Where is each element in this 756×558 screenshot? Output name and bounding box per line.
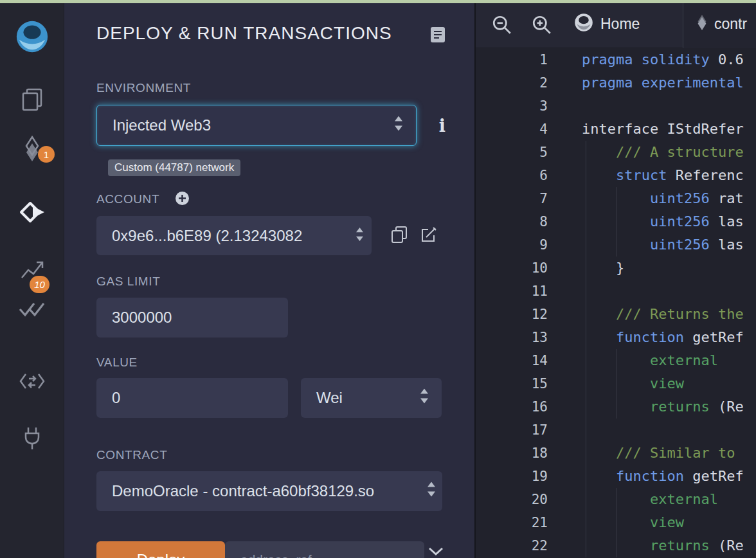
environment-value: Injected Web3 [113,116,211,134]
code-line: 13 function getRef [476,326,756,349]
copy-account-icon[interactable] [391,226,408,246]
code-line: 2pragma experimental [476,71,756,94]
value-input[interactable] [96,378,288,418]
value-unit-select[interactable]: Wei [301,378,442,418]
indent-guide [616,488,616,557]
file-explorer-icon[interactable] [17,85,47,114]
analysis-badge: 10 [30,276,50,293]
plugin-manager-icon[interactable] [17,424,47,453]
chevron-updown-icon [420,389,429,408]
line-number: 5 [476,141,548,164]
line-number: 21 [476,511,548,534]
code-lines: 1pragma solidity 0.62pragma experimental… [476,48,756,557]
code-line: 11 [476,280,756,303]
environment-label: ENVIRONMENT [96,81,191,95]
line-number: 12 [476,303,548,326]
line-number: 17 [476,419,548,442]
line-number: 6 [476,164,548,187]
code-line: 1pragma solidity 0.6 [476,48,756,71]
tab-contract[interactable]: contr [683,0,756,48]
contract-value: DemoOracle - contract-a60bf38129.so [112,482,374,500]
code-line: 4interface IStdRefer [476,118,756,141]
edit-account-icon[interactable] [420,226,438,246]
code-area[interactable]: 1pragma solidity 0.62pragma experimental… [476,48,756,558]
line-number: 10 [476,256,548,280]
tab-home-label: Home [600,15,640,33]
code-line: 5 /// A structure [476,141,756,164]
remix-ide: 1 10 [0,0,756,558]
line-number: 11 [476,280,548,303]
code-line: 6 struct Referenc [476,164,756,187]
code-editor: Home contr 1pragma solidity 0.62pragma e… [476,0,756,558]
top-window-strip [0,0,756,3]
line-number: 7 [476,187,548,210]
line-number: 9 [476,233,548,256]
indent-guide [616,187,616,256]
line-number: 16 [476,395,548,419]
remix-home-icon [573,12,594,37]
line-number: 8 [476,210,548,233]
solidity-file-icon [695,14,709,35]
icon-sidebar: 1 10 [0,0,64,558]
network-badge: Custom (44787) network [108,159,240,176]
remix-logo-icon [14,19,50,55]
value-unit: Wei [316,389,343,407]
environment-select[interactable]: Injected Web3 [96,105,417,146]
line-number: 19 [476,465,548,488]
line-number: 1 [476,48,548,71]
chevron-updown-icon [356,227,364,245]
line-number: 13 [476,326,548,349]
environment-info-icon[interactable]: i [436,116,449,136]
expand-args-chevron-icon[interactable] [428,546,444,558]
panel-title: DEPLOY & RUN TRANSACTIONS [96,23,392,44]
code-line: 10 } [476,256,756,280]
line-number: 20 [476,488,548,511]
line-number: 4 [476,118,548,141]
account-select[interactable]: 0x9e6...b6E89 (2.13243082 [96,216,372,255]
code-line: 17 [476,419,756,442]
add-account-icon[interactable] [175,191,190,208]
line-number: 2 [476,71,548,94]
contract-select[interactable]: DemoOracle - contract-a60bf38129.so [96,471,442,511]
tab-contract-label: contr [714,15,747,33]
gas-limit-label: GAS LIMIT [96,274,160,289]
code-line: 18 /// Similar to [476,442,756,465]
code-line: 3 [476,94,756,118]
deploy-run-panel: DEPLOY & RUN TRANSACTIONS ENVIRONMENT In… [64,0,476,558]
line-number: 18 [476,442,548,465]
code-line: 12 /// Returns the [476,303,756,326]
panel-doc-icon[interactable] [429,26,446,46]
code-line: 19 function getRef [476,465,756,488]
indent-guide [616,349,616,419]
chevron-updown-icon [427,482,436,501]
zoom-in-icon[interactable] [531,14,553,36]
value-label: VALUE [96,356,138,370]
line-number: 15 [476,372,548,395]
indent-guide [586,141,586,557]
deploy-run-icon[interactable] [17,197,47,227]
contract-label: CONTRACT [96,448,167,462]
line-number: 3 [476,94,548,118]
constructor-args-input[interactable] [225,541,424,558]
deploy-button[interactable]: Deploy [96,541,225,558]
testing-icon[interactable] [17,293,47,323]
line-number: 14 [476,349,548,372]
chevron-updown-icon [394,116,403,135]
zoom-out-icon[interactable] [491,14,513,36]
debugger-icon[interactable] [17,366,47,396]
compiler-badge: 1 [38,146,55,163]
gas-limit-input[interactable] [96,298,288,338]
account-label: ACCOUNT [96,192,159,206]
line-number: 22 [476,534,548,557]
tab-home[interactable]: Home [573,0,683,48]
editor-tabbar: Home contr [476,0,756,48]
account-value: 0x9e6...b6E89 (2.13243082 [112,227,302,245]
